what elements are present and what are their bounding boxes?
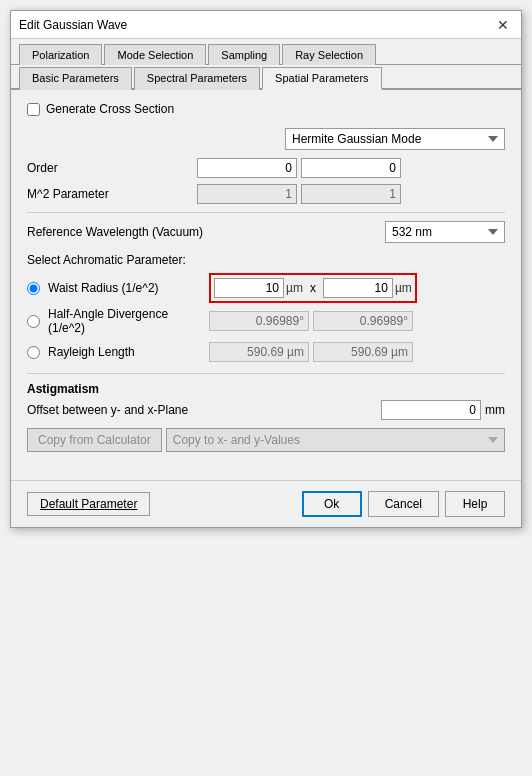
waist-radius-row: Waist Radius (1/e^2) µm x µm (27, 273, 505, 303)
m2-label: M^2 Parameter (27, 187, 197, 201)
wavelength-row: Reference Wavelength (Vacuum) 532 nm 632… (27, 221, 505, 243)
rayleigh-input-1[interactable] (209, 342, 309, 362)
copy-from-calculator-button[interactable]: Copy from Calculator (27, 428, 162, 452)
order-input-2[interactable] (301, 158, 401, 178)
rayleigh-label: Rayleigh Length (44, 345, 209, 359)
m2-row: M^2 Parameter (27, 184, 505, 204)
generate-cross-section-checkbox[interactable] (27, 103, 40, 116)
astigmatism-section: Astigmatism Offset between y- and x-Plan… (27, 382, 505, 420)
tab-spectral-parameters[interactable]: Spectral Parameters (134, 67, 260, 90)
waist-unit-2: µm (395, 281, 412, 295)
offset-unit: mm (485, 403, 505, 417)
waist-value-1-field: µm (214, 278, 303, 298)
waist-radius-highlighted: µm x µm (209, 273, 417, 303)
footer-right: Ok Cancel Help (302, 491, 505, 517)
waist-radius-radio[interactable] (27, 282, 40, 295)
rayleigh-radio[interactable] (27, 346, 40, 359)
order-row: Order (27, 158, 505, 178)
offset-input[interactable] (381, 400, 481, 420)
offset-input-group: mm (381, 400, 505, 420)
dialog-title: Edit Gaussian Wave (19, 18, 127, 32)
half-angle-row: Half-Angle Divergence(1/e^2) (27, 307, 505, 335)
half-angle-label: Half-Angle Divergence(1/e^2) (44, 307, 209, 335)
tab-sampling[interactable]: Sampling (208, 44, 280, 65)
half-angle-values (209, 311, 413, 331)
rayleigh-row: Rayleigh Length (27, 339, 505, 365)
half-angle-input-1[interactable] (209, 311, 309, 331)
order-inputs (197, 158, 401, 178)
wavelength-dropdown[interactable]: 532 nm 632.8 nm 1064 nm (385, 221, 505, 243)
content-area: Generate Cross Section Hermite Gaussian … (11, 90, 521, 464)
waist-radius-input-1[interactable] (214, 278, 284, 298)
m2-inputs (197, 184, 401, 204)
generate-cross-section-label[interactable]: Generate Cross Section (46, 102, 174, 116)
wavelength-label: Reference Wavelength (Vacuum) (27, 225, 385, 239)
waist-radius-input-2[interactable] (323, 278, 393, 298)
offset-label: Offset between y- and x-Plane (27, 403, 381, 417)
tab-mode-selection[interactable]: Mode Selection (104, 44, 206, 65)
close-button[interactable]: ✕ (493, 15, 513, 35)
ok-button[interactable]: Ok (302, 491, 362, 517)
tab-polarization[interactable]: Polarization (19, 44, 102, 65)
footer-left: Default Parameter (27, 492, 150, 516)
tab-row-2: Basic Parameters Spectral Parameters Spa… (11, 65, 521, 90)
rayleigh-input-2[interactable] (313, 342, 413, 362)
generate-cross-section-row: Generate Cross Section (27, 102, 505, 116)
order-input-1[interactable] (197, 158, 297, 178)
title-bar: Edit Gaussian Wave ✕ (11, 11, 521, 39)
half-angle-radio[interactable] (27, 315, 40, 328)
waist-unit-1: µm (286, 281, 303, 295)
footer: Default Parameter Ok Cancel Help (11, 480, 521, 527)
rayleigh-values (209, 342, 413, 362)
tab-basic-parameters[interactable]: Basic Parameters (19, 67, 132, 90)
order-label: Order (27, 161, 197, 175)
tab-row-1: Polarization Mode Selection Sampling Ray… (11, 39, 521, 65)
tab-spatial-parameters[interactable]: Spatial Parameters (262, 67, 382, 90)
m2-input-2[interactable] (301, 184, 401, 204)
astigmatism-title: Astigmatism (27, 382, 505, 396)
waist-radius-label: Waist Radius (1/e^2) (44, 281, 209, 295)
half-angle-input-2[interactable] (313, 311, 413, 331)
dialog: Edit Gaussian Wave ✕ Polarization Mode S… (10, 10, 522, 528)
help-button[interactable]: Help (445, 491, 505, 517)
separator-1 (27, 212, 505, 213)
mode-dropdown-row: Hermite Gaussian Mode Laguerre Gaussian … (27, 128, 505, 150)
cancel-button[interactable]: Cancel (368, 491, 439, 517)
default-parameter-button[interactable]: Default Parameter (27, 492, 150, 516)
m2-input-1[interactable] (197, 184, 297, 204)
tab-ray-selection[interactable]: Ray Selection (282, 44, 376, 65)
calculator-row: Copy from Calculator Copy to x- and y-Va… (27, 428, 505, 452)
mode-dropdown[interactable]: Hermite Gaussian Mode Laguerre Gaussian … (285, 128, 505, 150)
waist-value-2-field: µm (323, 278, 412, 298)
achromatic-label: Select Achromatic Parameter: (27, 253, 505, 267)
x-separator: x (307, 281, 319, 295)
separator-2 (27, 373, 505, 374)
offset-row: Offset between y- and x-Plane mm (27, 400, 505, 420)
copy-to-dropdown[interactable]: Copy to x- and y-Values (166, 428, 505, 452)
